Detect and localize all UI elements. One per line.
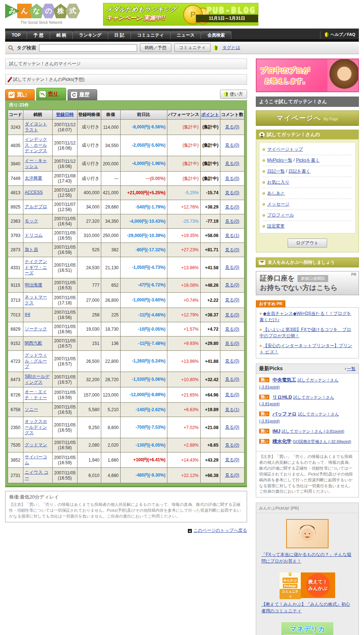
view-comments-link[interactable]: 見る(0) [225,443,239,448]
pick-user-link[interactable]: 試してガッテン！さん (-3.81point) [259,412,339,423]
invite-friends-banner[interactable]: 友人をみんかぶへ招待しましょう [256,258,359,267]
stock-name-link[interactable]: ニイウス コー [25,470,49,481]
stock-name-link[interactable]: モック [25,218,38,223]
back-to-top-link[interactable]: このページのトップへ戻る [193,528,247,533]
tab-buy[interactable]: 買い [5,89,35,100]
stock-name-link[interactable]: ダイヨシトラスト [25,121,47,132]
view-comments-link[interactable]: 見る(0) [225,473,239,478]
view-comments-link[interactable]: 見る(0) [225,425,239,430]
view-comments-link[interactable]: 見る(0) [225,219,239,224]
pickup-fx-link[interactable]: 「FXって本当に儲かるものなの？」そんな疑問にプロがお答え！ [261,552,353,564]
stock-name-link[interactable]: イー・キャッシュ [25,158,47,169]
view-comments-link[interactable]: 見る(0) [225,124,239,129]
pr-link[interactable]: ◆全員チャンス◆Wii×DS当たる！！ブログを書くだけ♪ [259,311,351,322]
pickup-oshiete-link[interactable]: 【教えて！みんかぶ】『みんなの株式』初心者用のコミュニティ [261,601,353,614]
view-comments-link[interactable]: 見る(1) [225,233,239,238]
view-comments-link[interactable]: 見る(0) [225,341,239,346]
campaign-banner[interactable]: メダルためもランキング キャンペーン 実施中!! P PUB-BLOG 11月1… [103,3,258,26]
stock-name-link[interactable]: IHI [25,312,30,317]
help-faq-link[interactable]: ヘルプ／FAQ [320,31,359,39]
pick-user-link[interactable]: 試してガッテン！さん (-3.81point) [259,395,334,406]
stock-name-link[interactable]: 太洋興業 [25,176,42,181]
stock-name-link[interactable]: グッドマン [25,442,47,447]
pick-user-link[interactable]: GO国務次官補さん (-32.69point) [293,439,351,444]
view-comments-link[interactable]: 見る(0) [225,161,239,166]
search-community-button[interactable]: コミュニティ [174,44,211,52]
fx-ad-photo[interactable] [286,519,329,548]
stock-name-link[interactable]: 明治海運 [25,282,42,288]
mypage-button[interactable]: マイページへMy Page [256,110,359,126]
view-comments-link[interactable]: 見る(0) [225,312,239,318]
view-comments-link[interactable]: 見る(0) [225,143,239,148]
col-date-sort[interactable]: 登録日時 [52,110,77,120]
search-stock-button[interactable]: 銘柄／予想 [140,44,171,52]
user-menu-link[interactable]: 日記一覧 [267,169,285,174]
user-menu-link-2[interactable]: 日記を書く [288,169,311,174]
stock-name-link[interactable]: テイクアンドギヴ・ニーズ [25,259,47,275]
nav-tab[interactable]: 日 記 [108,31,131,39]
nav-tab[interactable]: 銘 柄 [50,31,73,39]
view-comments-link[interactable]: 見る(0) [225,327,239,332]
view-comments-link[interactable]: 見る(0) [225,190,239,195]
pick-stock-link[interactable]: 積水化学 [273,439,292,444]
stock-name-link[interactable]: オックスホールディングス [25,419,47,435]
view-comments-link[interactable]: 見る(0) [225,392,239,397]
stock-name-link[interactable]: グッドウィル・グループ [25,353,47,369]
view-comments-link[interactable]: 見る(1) [225,407,239,412]
stock-name-link[interactable]: ネットマークス [25,294,47,305]
pick-stock-link[interactable]: IMJ [273,428,281,434]
user-menu-link[interactable]: メッセージ [267,202,289,207]
pick-stock-link[interactable]: バッファロ [273,411,297,417]
nav-tab[interactable]: コミュニティ [131,31,171,39]
pick-user-link[interactable]: 試してガッテン！さん (-3.81point) [259,378,338,389]
logout-button[interactable]: ログアウト [288,238,327,248]
stock-name-link[interactable]: サイバーコム [25,454,47,465]
pro-answer-ad[interactable]: プロ中のプロが お答えします。 [256,59,359,92]
oshiete-minkabu-banner[interactable]: ♛ みんかぶ PickUp! コミュニティ 教えて！ みんかぶ [280,572,335,598]
view-comments-link[interactable]: 見る(0) [225,457,239,462]
search-input[interactable] [39,44,137,52]
securities-account-ad[interactable]: PR 証券口座を 新規口座開設 お持ちでない方はこちら [256,271,359,295]
stock-name-link[interactable]: 加ト吉 [25,247,38,252]
view-comments-link[interactable]: 見る(0) [225,204,239,210]
pr-link[interactable]: 【いよいよ第3回】FXで儲けるコツを、プロ中のプロが大公開！ [259,327,351,338]
pick-user-link[interactable]: 試してガッテン！さん (-3.81point) [282,429,344,433]
col-point-sort[interactable]: ポイント [200,110,220,120]
view-comments-link[interactable]: 見る(0) [225,176,239,181]
user-menu-link[interactable]: お気に入り [267,180,289,185]
nav-tab[interactable]: ニュース [171,31,201,39]
nav-tab[interactable]: TOP [5,31,27,39]
stock-name-link[interactable]: インデックス・ホールディングス [25,137,47,153]
stock-name-link[interactable]: ソニー [25,407,38,412]
user-menu-link[interactable]: プロフィール [267,213,294,218]
manederika-banner[interactable]: マネデリカ お金にまつわるギモンをみんなで解決しあうコミュニティ [281,622,333,635]
latest-picks-more-link[interactable]: 一覧 [347,366,356,371]
view-comments-link[interactable]: 見る(0) [225,358,239,364]
tab-history[interactable]: 履歴 [68,89,97,100]
user-menu-link[interactable]: マイページトップ [267,147,303,152]
stock-name-link[interactable]: ACCESS [25,190,43,195]
tag-help-link[interactable]: タグとは [222,45,240,51]
pick-stock-link[interactable]: 中央電気工 [273,377,296,383]
open-account-button[interactable]: 新規口座開設 [297,275,328,282]
view-comments-link[interactable]: 見る(0) [225,377,239,382]
site-logo[interactable]: み ん な の 株 式 The Social Stock Network [5,3,103,25]
nav-tab[interactable]: 予 想 [27,31,50,39]
user-menu-link[interactable]: 設定変更 [267,223,285,229]
view-comments-link[interactable]: 見る(0) [225,282,239,288]
pr-link[interactable]: 【安心のインターネットプリンター】プリント ビズ！ [259,343,352,354]
stock-name-link[interactable]: ソーテック [25,326,47,331]
user-menu-link-2[interactable]: Picksを書く [296,158,320,163]
usage-button[interactable]: 使い方 [220,90,247,99]
view-comments-link[interactable]: 見る(0) [225,265,239,270]
view-comments-link[interactable]: 見る(0) [225,247,239,252]
stock-name-link[interactable]: ドリコム [25,233,43,238]
stock-name-link[interactable]: アルデプロ [25,204,47,209]
stock-name-link[interactable]: オー・エイチ・ティー [25,389,47,400]
pick-stock-link[interactable]: リロHLD [273,394,292,400]
tab-sell[interactable]: 売り [36,88,66,100]
user-menu-link[interactable]: あしあと [267,191,285,196]
nav-tab[interactable]: ランキング [73,31,108,39]
user-menu-link[interactable]: MyPicks一覧 [267,158,292,163]
stock-name-link[interactable]: SBIホールディングス [25,374,50,385]
